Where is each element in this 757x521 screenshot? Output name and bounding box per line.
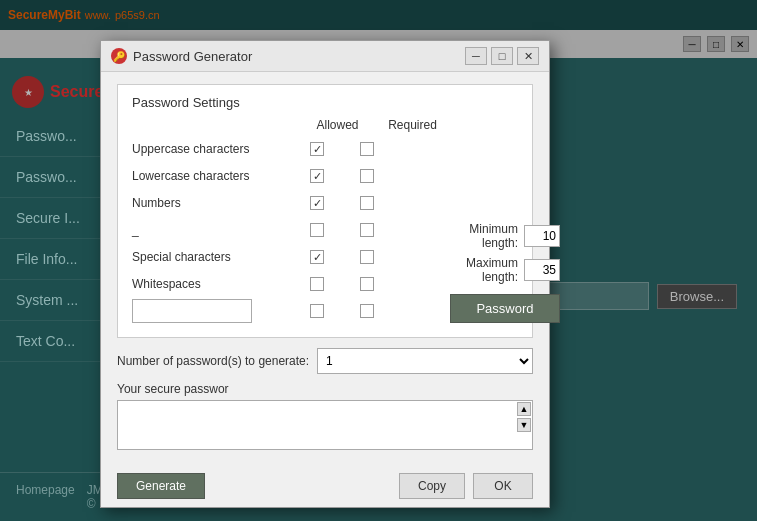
output-label: Your secure passwor <box>117 382 533 396</box>
dialog-title-text: Password Generator <box>133 49 252 64</box>
underscore-allowed-checkbox[interactable] <box>310 223 324 237</box>
settings-checkboxes: Allowed Required Uppercase characters <box>132 118 440 327</box>
special-checks <box>310 250 374 264</box>
whitespace-row: Whitespaces <box>132 273 440 295</box>
dialog-controls: ─ □ ✕ <box>465 47 539 65</box>
underscore-label: _ <box>132 223 310 237</box>
length-section: Minimum length: Maximum length: <box>450 222 560 284</box>
whitespace-checks <box>310 277 374 291</box>
dialog-titlebar: 🔑 Password Generator ─ □ ✕ <box>101 41 549 72</box>
underscore-checks <box>310 223 374 237</box>
min-length-label: Minimum length: <box>450 222 518 250</box>
custom-required-checkbox[interactable] <box>360 304 374 318</box>
settings-group: Password Settings Allowed Required Up <box>117 84 533 338</box>
custom-allowed-checkbox[interactable] <box>310 304 324 318</box>
footer-left: Generate <box>117 473 205 499</box>
settings-title: Password Settings <box>132 95 518 110</box>
checkbox-headers: Allowed Required <box>310 118 440 132</box>
numbers-checks <box>310 196 374 210</box>
special-allowed-checkbox[interactable] <box>310 250 324 264</box>
uppercase-required-checkbox[interactable] <box>360 142 374 156</box>
password-button[interactable]: Password <box>450 294 560 323</box>
settings-right-panel: Minimum length: Maximum length: Password <box>450 118 560 327</box>
scroll-up-btn[interactable]: ▲ <box>517 402 531 416</box>
custom-label <box>132 299 310 323</box>
dialog-title-left: 🔑 Password Generator <box>111 48 252 64</box>
output-section: Your secure passwor ▲ ▼ <box>117 382 533 453</box>
uppercase-checks <box>310 142 374 156</box>
settings-content: Allowed Required Uppercase characters <box>132 118 518 327</box>
required-header: Required <box>385 118 440 132</box>
max-length-input[interactable] <box>524 259 560 281</box>
copy-button[interactable]: Copy <box>399 473 465 499</box>
dialog-footer: Generate Copy OK <box>101 465 549 507</box>
allowed-header: Allowed <box>310 118 365 132</box>
uppercase-label: Uppercase characters <box>132 142 310 156</box>
whitespace-required-checkbox[interactable] <box>360 277 374 291</box>
uppercase-row: Uppercase characters <box>132 138 440 160</box>
numbers-row: Numbers <box>132 192 440 214</box>
password-output-textarea[interactable] <box>117 400 533 450</box>
numbers-required-checkbox[interactable] <box>360 196 374 210</box>
dialog-minimize-btn[interactable]: ─ <box>465 47 487 65</box>
uppercase-allowed-checkbox[interactable] <box>310 142 324 156</box>
dialog-icon: 🔑 <box>111 48 127 64</box>
whitespace-allowed-checkbox[interactable] <box>310 277 324 291</box>
max-length-row: Maximum length: <box>450 256 560 284</box>
custom-checks <box>310 304 374 318</box>
min-length-row: Minimum length: <box>450 222 560 250</box>
special-label: Special characters <box>132 250 310 264</box>
num-passwords-row: Number of password(s) to generate: 1 2 3… <box>117 348 533 374</box>
lowercase-checks <box>310 169 374 183</box>
max-length-label: Maximum length: <box>450 256 518 284</box>
scrollbar-controls: ▲ ▼ <box>517 402 531 432</box>
scroll-down-btn[interactable]: ▼ <box>517 418 531 432</box>
checkbox-header-row: Allowed Required <box>132 118 440 132</box>
lowercase-required-checkbox[interactable] <box>360 169 374 183</box>
generate-button[interactable]: Generate <box>117 473 205 499</box>
numbers-label: Numbers <box>132 196 310 210</box>
whitespace-label: Whitespaces <box>132 277 310 291</box>
password-generator-dialog: 🔑 Password Generator ─ □ ✕ Password Sett… <box>100 40 550 508</box>
lowercase-label: Lowercase characters <box>132 169 310 183</box>
num-passwords-label: Number of password(s) to generate: <box>117 354 309 368</box>
num-passwords-select[interactable]: 1 2 3 5 10 <box>317 348 533 374</box>
special-required-checkbox[interactable] <box>360 250 374 264</box>
underscore-row: _ <box>132 219 440 241</box>
output-wrapper: ▲ ▼ <box>117 400 533 453</box>
custom-row <box>132 300 440 322</box>
lowercase-row: Lowercase characters <box>132 165 440 187</box>
dialog-body: Password Settings Allowed Required Up <box>101 72 549 465</box>
underscore-required-checkbox[interactable] <box>360 223 374 237</box>
numbers-allowed-checkbox[interactable] <box>310 196 324 210</box>
dialog-maximize-btn[interactable]: □ <box>491 47 513 65</box>
lowercase-allowed-checkbox[interactable] <box>310 169 324 183</box>
custom-chars-input[interactable] <box>132 299 252 323</box>
ok-button[interactable]: OK <box>473 473 533 499</box>
dialog-close-btn[interactable]: ✕ <box>517 47 539 65</box>
footer-right: Copy OK <box>399 473 533 499</box>
min-length-input[interactable] <box>524 225 560 247</box>
special-row: Special characters <box>132 246 440 268</box>
